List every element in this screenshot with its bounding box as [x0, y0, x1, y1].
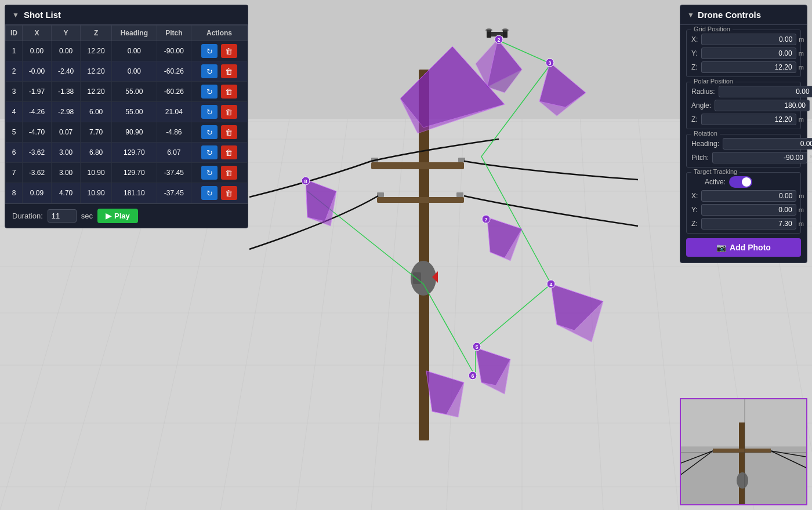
target-tracking-label: Target Tracking — [691, 168, 740, 175]
cell-pitch: -37.45 — [157, 163, 191, 183]
polar-angle-unit: ° — [810, 102, 812, 109]
grid-x-row: X: m — [691, 34, 796, 45]
polar-angle-input[interactable] — [715, 100, 810, 111]
tracking-x-input[interactable] — [701, 190, 796, 202]
cell-heading: 129.70 — [111, 143, 157, 163]
cell-actions: ↻ 🗑 — [191, 41, 247, 61]
tracking-x-row: X: m — [691, 190, 796, 202]
grid-x-input[interactable] — [701, 34, 796, 45]
refresh-button-7[interactable]: ↻ — [201, 166, 217, 180]
col-actions: Actions — [191, 26, 247, 41]
delete-button-3[interactable]: 🗑 — [221, 85, 237, 99]
pitch-label: Pitch: — [691, 154, 712, 162]
cell-id: 2 — [6, 61, 23, 82]
cell-heading: 90.90 — [111, 122, 157, 143]
svg-text:5: 5 — [475, 344, 478, 350]
svg-text:3: 3 — [548, 60, 551, 66]
refresh-button-3[interactable]: ↻ — [201, 85, 217, 99]
polar-radius-input[interactable] — [719, 86, 812, 97]
refresh-button-8[interactable]: ↻ — [201, 186, 217, 200]
table-row: 5 -4.70 0.07 7.70 90.90 -4.86 ↻ 🗑 — [6, 122, 248, 143]
grid-y-input[interactable] — [701, 48, 796, 59]
cell-actions: ↻ 🗑 — [191, 163, 247, 183]
col-z: Z — [81, 26, 112, 41]
cell-x: -3.62 — [22, 163, 51, 183]
cell-y: -1.38 — [52, 82, 81, 102]
polar-z-row: Z: m — [691, 114, 796, 125]
cell-pitch: -4.86 — [157, 122, 191, 143]
active-toggle[interactable] — [729, 176, 752, 188]
camera-icon: 📷 — [716, 243, 726, 252]
svg-text:7: 7 — [484, 217, 487, 223]
add-photo-button[interactable]: 📷 Add Photo — [686, 238, 801, 257]
cell-actions: ↻ 🗑 — [191, 122, 247, 143]
cell-y: 3.00 — [52, 143, 81, 163]
cell-heading: 181.10 — [111, 183, 157, 203]
grid-x-label: X: — [691, 35, 701, 43]
cell-y: -2.98 — [52, 102, 81, 122]
refresh-button-1[interactable]: ↻ — [201, 44, 217, 58]
grid-z-unit: m — [796, 64, 804, 71]
refresh-button-5[interactable]: ↻ — [201, 125, 217, 139]
svg-rect-26 — [371, 162, 464, 169]
svg-rect-31 — [456, 192, 463, 197]
delete-button-1[interactable]: 🗑 — [221, 44, 237, 58]
heading-row: Heading: ° — [691, 138, 796, 150]
delete-button-4[interactable]: 🗑 — [221, 105, 237, 119]
delete-button-7[interactable]: 🗑 — [221, 166, 237, 180]
cell-heading: 0.00 — [111, 61, 157, 82]
cell-actions: ↻ 🗑 — [191, 61, 247, 82]
cell-id: 8 — [6, 183, 23, 203]
drone-controls-collapse-icon[interactable]: ▼ — [687, 11, 694, 19]
cell-pitch: -60.26 — [157, 61, 191, 82]
svg-text:4: 4 — [549, 282, 552, 287]
refresh-button-2[interactable]: ↻ — [201, 64, 217, 78]
table-row: 6 -3.62 3.00 6.80 129.70 6.07 ↻ 🗑 — [6, 143, 248, 163]
refresh-button-4[interactable]: ↻ — [201, 105, 217, 119]
cell-pitch: -60.26 — [157, 82, 191, 102]
tracking-z-input[interactable] — [701, 218, 796, 230]
polar-radius-label: Radius: — [691, 88, 719, 96]
polar-angle-label: Angle: — [691, 101, 715, 110]
shot-list-collapse-icon[interactable]: ▼ — [12, 11, 19, 19]
tracking-x-unit: m — [796, 192, 804, 199]
refresh-button-6[interactable]: ↻ — [201, 145, 217, 159]
polar-z-input[interactable] — [701, 114, 796, 125]
cell-z: 12.20 — [81, 82, 112, 102]
pitch-input[interactable] — [712, 152, 807, 163]
heading-input[interactable] — [723, 138, 812, 150]
cell-y: 0.00 — [52, 41, 81, 61]
tracking-y-row: Y: m — [691, 204, 796, 216]
delete-button-5[interactable]: 🗑 — [221, 125, 237, 139]
play-label: Play — [114, 212, 130, 220]
grid-z-row: Z: m — [691, 61, 796, 73]
shot-list-header: ▼ Shot List — [5, 5, 248, 25]
cell-heading: 55.00 — [111, 102, 157, 122]
grid-z-input[interactable] — [701, 61, 796, 73]
thumb-svg — [681, 399, 806, 504]
duration-input[interactable] — [48, 209, 77, 223]
svg-rect-33 — [413, 272, 421, 284]
cell-pitch: -90.00 — [157, 41, 191, 61]
shot-list-title: Shot List — [24, 10, 61, 20]
tracking-y-input[interactable] — [701, 204, 796, 216]
grid-z-label: Z: — [691, 63, 701, 71]
delete-button-2[interactable]: 🗑 — [221, 64, 237, 78]
drone-controls-panel: ▼ Drone Controls Grid Position X: m Y: m… — [680, 5, 807, 263]
shot-list-panel: ▼ Shot List ID X Y Z Heading Pitch Actio… — [5, 5, 248, 228]
svg-rect-27 — [377, 197, 464, 203]
active-label: Active: — [691, 178, 729, 186]
table-row: 8 0.09 4.70 10.90 181.10 -37.45 ↻ 🗑 — [6, 183, 248, 203]
polar-z-unit: m — [796, 116, 804, 123]
delete-button-8[interactable]: 🗑 — [221, 186, 237, 200]
tracking-y-label: Y: — [691, 206, 701, 214]
grid-position-section: Grid Position X: m Y: m Z: m — [686, 30, 801, 77]
col-heading: Heading — [111, 26, 157, 41]
play-button[interactable]: ▶ Play — [97, 209, 138, 223]
preview-thumbnail — [680, 398, 807, 505]
delete-button-6[interactable]: 🗑 — [221, 145, 237, 159]
cell-z: 12.20 — [81, 61, 112, 82]
cell-id: 7 — [6, 163, 23, 183]
polar-radius-row: Radius: m — [691, 86, 796, 97]
drone-controls-header: ▼ Drone Controls — [680, 5, 807, 25]
